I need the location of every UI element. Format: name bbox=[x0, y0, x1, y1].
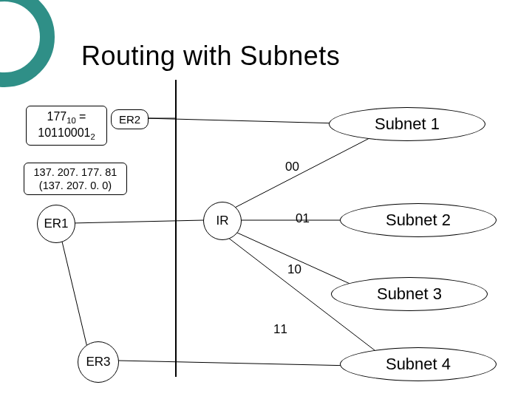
svg-line-8 bbox=[72, 220, 204, 223]
bits-00: 00 bbox=[285, 160, 299, 174]
subnet-3: Subnet 3 bbox=[331, 277, 488, 311]
bits-01: 01 bbox=[296, 211, 310, 226]
er3-node: ER3 bbox=[78, 341, 119, 383]
svg-line-9 bbox=[62, 242, 87, 347]
bin-base: 2 bbox=[90, 132, 95, 141]
slide-title: Routing with Subnets bbox=[81, 41, 340, 72]
subnet-2: Subnet 2 bbox=[340, 203, 497, 237]
subnet-1: Subnet 1 bbox=[329, 107, 485, 141]
ip-line2: (137. 207. 0. 0) bbox=[39, 180, 112, 191]
ir-node: IR bbox=[203, 202, 242, 240]
subnet-4: Subnet 4 bbox=[340, 347, 497, 381]
bin-value: 10110001 bbox=[38, 126, 90, 139]
svg-line-10 bbox=[118, 361, 353, 366]
eq-sign: = bbox=[76, 110, 86, 123]
ip-line1: 137. 207. 177. 81 bbox=[34, 166, 117, 178]
dec-value: 177 bbox=[47, 110, 67, 123]
dec-base: 10 bbox=[66, 116, 75, 125]
bits-11: 11 bbox=[273, 322, 287, 337]
bits-10: 10 bbox=[287, 262, 301, 277]
svg-line-4 bbox=[229, 138, 369, 211]
ip-address-box: 137. 207. 177. 81 (137. 207. 0. 0) bbox=[24, 163, 127, 195]
er1-node: ER1 bbox=[37, 205, 75, 243]
dec-bin-box: 17710 = 101100012 bbox=[26, 106, 107, 146]
er2-node: ER2 bbox=[111, 109, 149, 129]
svg-line-3 bbox=[144, 118, 340, 123]
